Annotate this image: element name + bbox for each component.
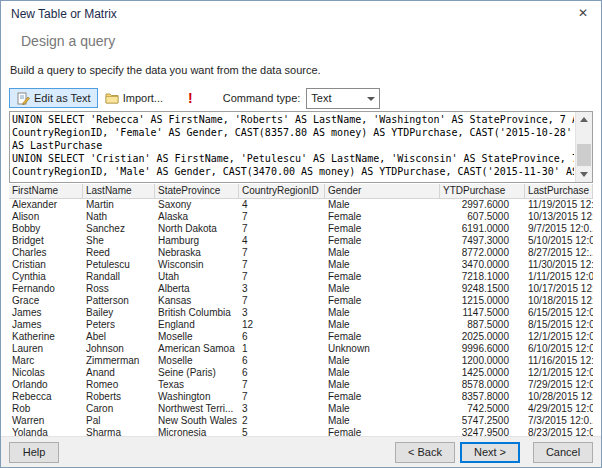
scroll-up-icon[interactable] bbox=[576, 112, 592, 127]
grid-cell: 8/15/2015 12:0... bbox=[525, 319, 593, 331]
grid-cell: Male bbox=[325, 355, 440, 367]
table-row[interactable]: BobbySanchezNorth Dakota7Female6191.0000… bbox=[9, 223, 593, 235]
table-row[interactable]: JamesBaileyBritish Columbia3Male1147.500… bbox=[9, 307, 593, 319]
grid-cell: 4/29/2015 12:0... bbox=[525, 403, 593, 415]
grid-cell: 1/11/2015 12:0... bbox=[525, 271, 593, 283]
grid-cell: 7218.1000 bbox=[440, 271, 525, 283]
grid-cell: Wisconsin bbox=[155, 259, 239, 271]
query-text-area[interactable]: UNION SELECT 'Rebecca' AS FirstName, 'Ro… bbox=[9, 111, 593, 183]
table-row[interactable]: RobCaronNorthwest Terri...3Male742.50004… bbox=[9, 403, 593, 415]
grid-cell: New South Wales bbox=[155, 415, 239, 427]
grid-cell: 7 bbox=[239, 295, 325, 307]
grid-cell: Pal bbox=[83, 415, 155, 427]
grid-cell: Utah bbox=[155, 271, 239, 283]
grid-cell: 607.5000 bbox=[440, 211, 525, 223]
table-row[interactable]: CynthiaRandallUtah7Female7218.10001/11/2… bbox=[9, 271, 593, 283]
table-row[interactable]: AlexanderMartinSaxony4Male2997.600011/19… bbox=[9, 199, 593, 211]
grid-cell: Female bbox=[325, 235, 440, 247]
table-row[interactable]: BridgetSheHamburg4Female7497.30005/10/20… bbox=[9, 235, 593, 247]
sql-line: AS LastPurchase bbox=[12, 139, 574, 152]
grid-cell: 1215.0000 bbox=[440, 295, 525, 307]
command-type-select[interactable]: Text bbox=[306, 88, 380, 109]
sql-line: UNION SELECT 'Cristian' AS FirstName, 'P… bbox=[12, 152, 574, 165]
grid-cell: Martin bbox=[83, 199, 155, 211]
grid-cell: British Columbia bbox=[155, 307, 239, 319]
grid-cell: 5747.2500 bbox=[440, 415, 525, 427]
grid-cell: 8772.0000 bbox=[440, 247, 525, 259]
grid-cell: Petulescu bbox=[83, 259, 155, 271]
table-row[interactable]: KatherineAbelMoselle6Female2025.000012/1… bbox=[9, 331, 593, 343]
sql-text[interactable]: UNION SELECT 'Rebecca' AS FirstName, 'Ro… bbox=[12, 113, 574, 181]
grid-cell: Male bbox=[325, 259, 440, 271]
sql-line: CountryRegionID, 'Female' AS Gender, CAS… bbox=[12, 126, 574, 139]
grid-cell: 9996.6000 bbox=[440, 343, 525, 355]
grid-cell: 887.5000 bbox=[440, 319, 525, 331]
run-query-icon[interactable]: ! bbox=[184, 91, 197, 105]
table-row[interactable]: AlisonNathAlaska7Female607.500010/13/201… bbox=[9, 211, 593, 223]
next-button[interactable]: Next > bbox=[460, 442, 520, 463]
column-header-lastname[interactable]: LastName bbox=[83, 184, 155, 198]
table-row[interactable]: RebeccaRobertsWashington7Female8357.8000… bbox=[9, 391, 593, 403]
import-button[interactable]: Import... bbox=[98, 88, 170, 108]
query-toolbar: Edit as Text Import... ! Command type: T… bbox=[9, 87, 593, 109]
grid-cell: 3 bbox=[239, 283, 325, 295]
grid-cell: North Dakota bbox=[155, 223, 239, 235]
grid-cell: Alberta bbox=[155, 283, 239, 295]
table-row[interactable]: CharlesReedNebraska7Male8772.00008/27/20… bbox=[9, 247, 593, 259]
grid-cell: Marc bbox=[9, 355, 83, 367]
grid-cell: Nath bbox=[83, 211, 155, 223]
grid-cell: Northwest Terri... bbox=[155, 403, 239, 415]
column-header-firstname[interactable]: FirstName bbox=[9, 184, 83, 198]
import-folder-icon bbox=[105, 91, 119, 105]
scroll-thumb[interactable] bbox=[577, 144, 591, 166]
table-row[interactable]: FernandoRossAlberta3Male9248.150010/17/2… bbox=[9, 283, 593, 295]
grid-cell: 2997.6000 bbox=[440, 199, 525, 211]
grid-cell: 2025.0000 bbox=[440, 331, 525, 343]
grid-cell: Anand bbox=[83, 367, 155, 379]
edit-as-text-label: Edit as Text bbox=[34, 92, 91, 104]
grid-cell: Nebraska bbox=[155, 247, 239, 259]
table-row[interactable]: CristianPetulescuWisconsin7Male3470.0000… bbox=[9, 259, 593, 271]
table-row[interactable]: LaurenJohnsonAmerican Samoa1Unknown9996.… bbox=[9, 343, 593, 355]
grid-cell: Reed bbox=[83, 247, 155, 259]
table-row[interactable]: WarrenPalNew South Wales2Male5747.25007/… bbox=[9, 415, 593, 427]
column-header-gender[interactable]: Gender bbox=[325, 184, 440, 198]
grid-cell: Washington bbox=[155, 391, 239, 403]
grid-cell: Bridget bbox=[9, 235, 83, 247]
grid-cell: Alaska bbox=[155, 211, 239, 223]
grid-cell: American Samoa bbox=[155, 343, 239, 355]
close-icon[interactable]: ✕ bbox=[575, 6, 591, 20]
grid-cell: 7 bbox=[239, 391, 325, 403]
column-header-ytdpurchase[interactable]: YTDPurchase bbox=[440, 184, 525, 198]
wizard-footer: Help < Back Next > Cancel bbox=[1, 436, 601, 467]
scroll-down-icon[interactable] bbox=[576, 167, 592, 182]
title-bar: New Table or Matrix ✕ bbox=[1, 1, 601, 27]
table-row[interactable]: GracePattersonKansas7Female1215.000010/1… bbox=[9, 295, 593, 307]
column-header-countryregionid[interactable]: CountryRegionID bbox=[239, 184, 325, 198]
column-header-stateprovince[interactable]: StateProvince bbox=[155, 184, 239, 198]
table-row[interactable]: OrlandoRomeoTexas7Male8578.00007/29/2015… bbox=[9, 379, 593, 391]
table-row[interactable]: JamesPetersEngland12Male887.50008/15/201… bbox=[9, 319, 593, 331]
grid-cell: 6 bbox=[239, 367, 325, 379]
cancel-button[interactable]: Cancel bbox=[533, 442, 593, 463]
grid-cell: Male bbox=[325, 199, 440, 211]
sql-scrollbar[interactable] bbox=[575, 112, 592, 182]
grid-cell: Moselle bbox=[155, 331, 239, 343]
grid-cell: Female bbox=[325, 391, 440, 403]
grid-cell: Male bbox=[325, 283, 440, 295]
grid-cell: 10/13/2015 12:... bbox=[525, 211, 593, 223]
table-row[interactable]: NicolasAnandSeine (Paris)6Male1425.00001… bbox=[9, 367, 593, 379]
grid-cell: Fernando bbox=[9, 283, 83, 295]
grid-cell: Female bbox=[325, 271, 440, 283]
table-row[interactable]: MarcZimmermanMoselle6Male1200.000011/16/… bbox=[9, 355, 593, 367]
command-type-label: Command type: bbox=[223, 92, 301, 104]
grid-cell: 8/27/2015 12:... bbox=[525, 247, 593, 259]
grid-cell: Bailey bbox=[83, 307, 155, 319]
help-button[interactable]: Help bbox=[9, 442, 59, 463]
column-header-lastpurchase[interactable]: LastPurchase bbox=[525, 184, 593, 198]
edit-as-text-button[interactable]: Edit as Text bbox=[9, 88, 98, 108]
grid-cell: 1425.0000 bbox=[440, 367, 525, 379]
grid-cell: Texas bbox=[155, 379, 239, 391]
grid-cell: She bbox=[83, 235, 155, 247]
back-button[interactable]: < Back bbox=[395, 442, 455, 463]
